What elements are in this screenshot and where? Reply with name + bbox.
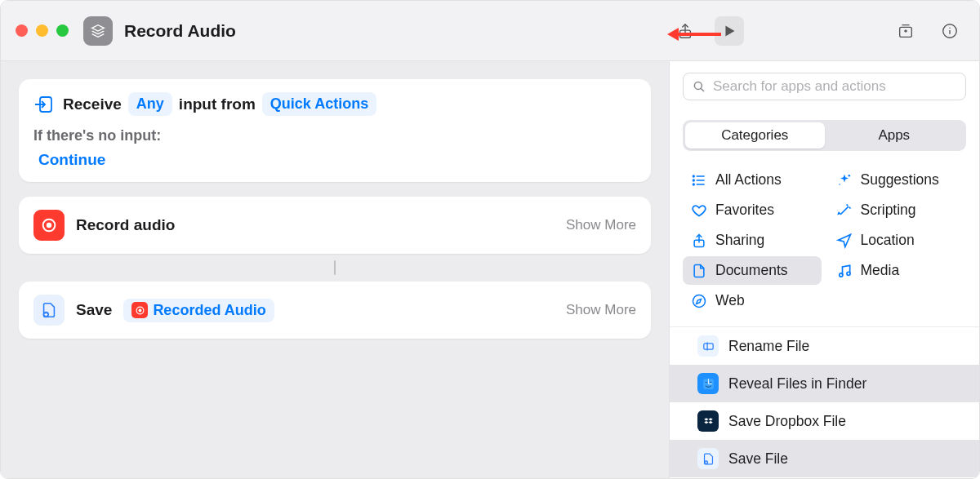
action-title: Record audio [76, 216, 175, 234]
no-input-behavior-token[interactable]: Continue [33, 148, 110, 171]
svg-point-15 [839, 184, 840, 185]
window-controls [16, 24, 69, 37]
svg-point-19 [693, 295, 706, 307]
action-connector [334, 260, 336, 275]
no-input-label: If there's no input: [33, 127, 636, 144]
show-more-button[interactable]: Show More [566, 217, 636, 233]
action-record-audio[interactable]: Record audio Show More [19, 197, 651, 254]
location-arrow-icon [836, 233, 853, 249]
category-suggestions[interactable]: Suggestions [828, 166, 967, 194]
share-button[interactable] [670, 16, 700, 46]
input-type-token[interactable]: Any [128, 92, 172, 116]
list-icon [691, 172, 707, 188]
svg-point-9 [138, 308, 141, 312]
minimize-window-icon[interactable] [36, 24, 48, 37]
workflow-canvas: Receive Any input from Quick Actions If … [1, 61, 669, 478]
svg-point-18 [846, 272, 849, 275]
tab-apps[interactable]: Apps [825, 122, 964, 149]
svg-point-14 [848, 174, 850, 176]
heart-icon [691, 202, 707, 219]
library-toggle-button[interactable] [891, 16, 920, 46]
receive-label: Receive [63, 95, 122, 113]
finder-icon [697, 373, 719, 394]
list-item-save-file[interactable]: Save File [670, 440, 979, 477]
compass-icon [691, 293, 707, 309]
category-scripting[interactable]: Scripting [828, 196, 967, 224]
action-save-file[interactable]: Save Recorded Audio Show More [19, 282, 651, 339]
variable-label: Recorded Audio [153, 302, 265, 319]
tab-categories[interactable]: Categories [685, 122, 825, 149]
library-sidebar: Categories Apps All Actions Suggestions … [669, 61, 979, 478]
close-window-icon[interactable] [16, 24, 28, 37]
titlebar: Record Audio [1, 1, 979, 61]
variable-chip[interactable]: Recorded Audio [123, 299, 274, 322]
run-button[interactable] [715, 16, 744, 46]
window-title: Record Audio [124, 21, 670, 41]
share-icon [691, 233, 707, 249]
svg-point-23 [710, 381, 710, 382]
list-item-save-dropbox-file[interactable]: Save Dropbox File [670, 402, 979, 440]
svg-point-6 [47, 223, 51, 228]
category-location[interactable]: Location [828, 226, 967, 255]
show-more-button[interactable]: Show More [566, 302, 636, 318]
category-all-actions[interactable]: All Actions [683, 166, 822, 194]
input-icon [33, 94, 55, 115]
svg-point-12 [693, 180, 695, 181]
list-item-reveal-in-finder[interactable]: Reveal Files in Finder [670, 365, 979, 402]
input-from-label: input from [179, 95, 256, 113]
action-title: Save [76, 301, 112, 319]
svg-point-3 [949, 27, 950, 28]
save-file-icon [33, 295, 65, 326]
document-icon [691, 263, 707, 279]
search-field[interactable] [683, 73, 966, 100]
input-source-token[interactable]: Quick Actions [262, 92, 376, 116]
category-grid: All Actions Suggestions Favorites Script… [670, 157, 979, 326]
action-list: Rename File Reveal Files in Finder Save … [670, 326, 979, 478]
svg-rect-20 [703, 343, 712, 348]
category-media[interactable]: Media [828, 256, 967, 285]
category-web[interactable]: Web [683, 286, 822, 315]
svg-point-22 [705, 381, 706, 382]
svg-point-10 [694, 82, 702, 89]
category-sharing[interactable]: Sharing [683, 226, 822, 255]
rename-icon [697, 335, 719, 357]
info-button[interactable] [935, 16, 964, 46]
save-file-icon [697, 448, 719, 469]
library-tabs: Categories Apps [683, 120, 966, 151]
category-documents[interactable]: Documents [683, 256, 822, 285]
list-item-rename-file[interactable]: Rename File [670, 327, 979, 365]
svg-point-17 [839, 273, 842, 276]
dropbox-icon [697, 410, 719, 432]
music-icon [836, 263, 853, 279]
svg-point-13 [693, 184, 695, 185]
search-icon [692, 79, 706, 94]
record-icon [131, 302, 148, 318]
record-icon [33, 210, 65, 241]
trigger-card[interactable]: Receive Any input from Quick Actions If … [19, 79, 651, 182]
search-input[interactable] [713, 78, 957, 95]
sparkle-icon [836, 172, 853, 188]
list-item-select-file[interactable]: Select File [670, 477, 979, 478]
zoom-window-icon[interactable] [56, 24, 69, 37]
svg-point-11 [693, 175, 695, 177]
category-favorites[interactable]: Favorites [683, 196, 822, 224]
wand-icon [836, 202, 853, 219]
shortcut-icon [83, 16, 113, 46]
